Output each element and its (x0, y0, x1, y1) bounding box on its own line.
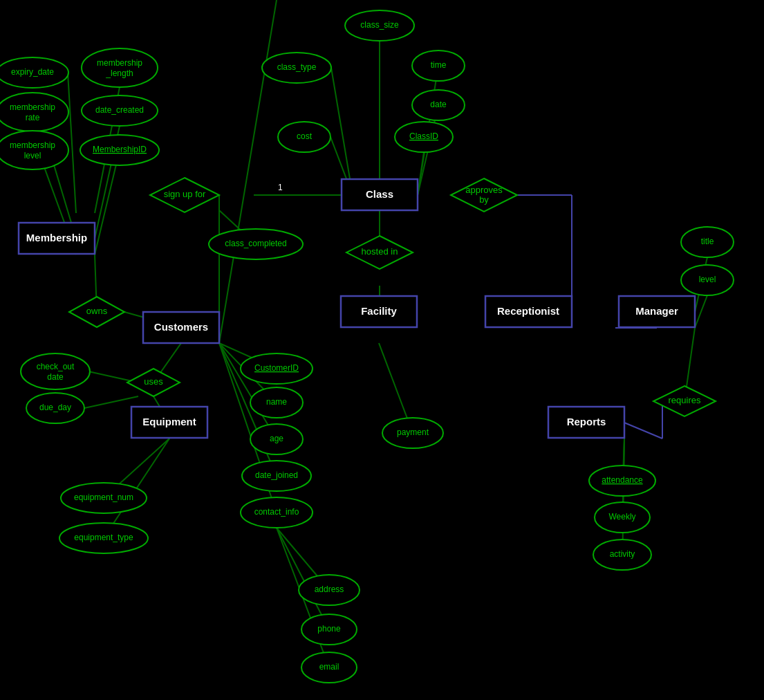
attr-check-out-date-label: check_out (37, 362, 75, 371)
attr-membership-level-label2: level (24, 151, 41, 160)
svg-line-26 (624, 423, 662, 439)
svg-line-11 (331, 68, 353, 195)
svg-line-0 (68, 73, 76, 213)
entity-class-label: Class (366, 188, 393, 200)
attr-cost-label: cost (297, 131, 313, 141)
attr-age-label: age (270, 434, 283, 443)
attr-time-label: time (431, 60, 447, 70)
entity-equipment-label: Equipment (142, 416, 196, 427)
relation-approves-by-label: approves (465, 185, 503, 195)
attr-name-label: name (266, 397, 287, 407)
attr-activity-label: activity (610, 549, 635, 559)
attr-due-day-label: due_day (39, 403, 71, 412)
attr-title-label: title (701, 237, 714, 246)
attr-address-label: address (315, 584, 344, 594)
relation-owns-label: owns (86, 306, 108, 316)
attr-check-out-date-label2: date (47, 372, 64, 382)
attr-class-type-label: class_type (277, 62, 317, 72)
entity-manager-label: Manager (635, 305, 678, 317)
attr-equipment-type-label: equipment_type (74, 533, 133, 542)
attr-expiry-date-label: expiry_date (11, 67, 54, 77)
attr-customer-id-label: CustomerID (254, 363, 299, 373)
attr-membership-id-label: MembershipID (93, 145, 147, 154)
attr-date-joined-label: date_joined (255, 470, 298, 480)
relation-uses-label: uses (144, 376, 163, 387)
attr-equipment-num-label: equipment_num (74, 492, 133, 502)
attr-level-label: level (699, 275, 716, 284)
relation-hosted-in-label: hosted in (362, 246, 398, 257)
attr-payment-label: payment (397, 427, 429, 437)
attr-membership-rate-label2: rate (26, 113, 40, 122)
entity-membership-label: Membership (26, 232, 87, 243)
attr-class-completed-label: class_completed (225, 239, 286, 248)
attr-email-label: email (319, 662, 339, 672)
er-diagram: Membership Customers Class Facility Rece… (0, 0, 764, 700)
attr-date-created-label: date_created (95, 105, 144, 115)
attr-contact-info-label: contact_info (254, 507, 299, 517)
attr-weekly-label: Weekly (608, 512, 635, 522)
relation-sign-up-for-label: sign up for (164, 189, 206, 199)
relation-approves-by-label2: by (479, 194, 489, 205)
attr-membership-level-label: membership (10, 140, 55, 150)
svg-line-34 (219, 0, 277, 343)
attr-date-label: date (430, 100, 447, 109)
attr-membership-length-label: membership (97, 58, 142, 68)
attr-attendance-label: attendance (602, 475, 643, 485)
entity-customers-label: Customers (154, 321, 208, 333)
cardinality-marker: 1 (278, 183, 283, 192)
attr-class-size-label: class_size (360, 20, 399, 30)
attr-class-id-label: ClassID (409, 131, 438, 141)
attr-membership-rate-label: membership (10, 102, 55, 112)
svg-line-44 (84, 396, 138, 408)
attr-phone-label: phone (317, 624, 341, 634)
entity-reports-label: Reports (567, 416, 606, 427)
entity-facility-label: Facility (361, 305, 397, 317)
entity-receptionist-label: Receptionist (497, 305, 559, 317)
relation-requires-label: requires (669, 395, 701, 405)
attr-membership-length-label2: _length (105, 68, 133, 78)
svg-line-23 (695, 295, 707, 328)
